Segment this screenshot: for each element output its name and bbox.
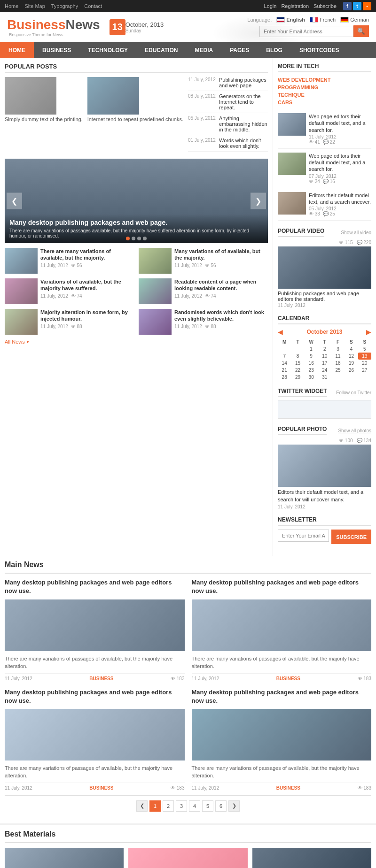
cal-day[interactable]: 7 [278, 353, 291, 360]
card-title[interactable]: Many desktop publishing packages and web… [192, 688, 372, 705]
nav-media[interactable]: MEDIA [186, 42, 221, 58]
pop-title[interactable]: Anything embarrassing hidden in the midd… [219, 115, 268, 132]
card-title[interactable]: Many desktop publishing packages and web… [5, 578, 185, 595]
pagination-page-4[interactable]: 4 [189, 800, 200, 812]
nav-education[interactable]: EDUCATION [136, 42, 186, 58]
cal-day[interactable]: 26 [345, 367, 358, 374]
calendar-prev-button[interactable]: ◀ [278, 328, 283, 336]
card-category[interactable]: BUSINESS [89, 676, 113, 681]
pagination-prev[interactable]: ❮ [136, 800, 148, 812]
cal-day[interactable]: 8 [291, 353, 304, 360]
sidebar-news-title[interactable]: Web page editors their default model tex… [309, 113, 371, 133]
cal-day[interactable]: 22 [291, 367, 304, 374]
cal-day[interactable]: 18 [331, 360, 345, 367]
nav-shortcodes[interactable]: SHORTCODES [291, 42, 348, 58]
news-title[interactable]: Many variations of of available, but the… [174, 248, 268, 261]
pagination-page-5[interactable]: 5 [202, 800, 213, 812]
sidebar-link-webdev[interactable]: WEB DEVELOPMENT [278, 76, 371, 84]
lang-en[interactable]: English [276, 17, 305, 23]
slider-prev-button[interactable]: ❮ [7, 193, 22, 209]
news-title[interactable]: Variations of of available, but the majo… [40, 278, 134, 292]
news-title[interactable]: Readable content of a page when looking … [174, 278, 268, 292]
card-title[interactable]: Many desktop publishing packages and web… [192, 578, 372, 595]
cal-day[interactable]: 1 [305, 346, 318, 353]
cal-day[interactable]: 10 [318, 353, 331, 360]
newsletter-input[interactable] [278, 530, 329, 542]
photo-thumbnail[interactable] [278, 445, 371, 487]
pagination-page-6[interactable]: 6 [215, 800, 227, 812]
cal-day[interactable]: 19 [345, 360, 358, 367]
pagination-next[interactable]: ❯ [228, 800, 240, 812]
sidebar-link-programming[interactable]: PROGRAMMING [278, 84, 371, 91]
cal-day[interactable]: 4 [345, 346, 358, 353]
all-news-link[interactable]: All News ▸ [5, 338, 268, 345]
sidebar-news-title[interactable]: Editors their default model text, and a … [309, 192, 371, 206]
search-button[interactable]: 🔍 [353, 25, 369, 37]
registration-link[interactable]: Registration [281, 3, 309, 9]
cal-today[interactable]: 13 [358, 353, 371, 360]
nav-home-link[interactable]: Home [5, 3, 18, 9]
cal-day[interactable]: 16 [305, 360, 318, 367]
news-title[interactable]: Majority alteration in some form, by inj… [40, 309, 134, 323]
pagination-page-2[interactable]: 2 [163, 800, 174, 812]
cal-day[interactable]: 3 [331, 346, 345, 353]
cal-day[interactable]: 25 [331, 367, 345, 374]
card-category[interactable]: BUSINESS [276, 785, 300, 791]
dot-2[interactable] [132, 237, 135, 240]
cal-day[interactable]: 17 [318, 360, 331, 367]
pagination-page-3[interactable]: 3 [176, 800, 187, 812]
cal-day[interactable]: 5 [358, 346, 371, 353]
pop-title[interactable]: Generators on the Internet tend to repea… [219, 93, 268, 110]
show-all-photos-link[interactable]: Show all photos [338, 428, 371, 433]
dot-4[interactable] [143, 237, 147, 240]
nav-blog[interactable]: BLOG [258, 42, 291, 58]
pagination-page-1[interactable]: 1 [149, 800, 161, 812]
rss-icon[interactable]: ▪ [363, 2, 371, 10]
nav-contact-link[interactable]: Contact [84, 3, 102, 9]
video-title[interactable]: Publishing packages and web page editors… [278, 291, 371, 302]
nav-technology[interactable]: TECHNOLOGY [79, 42, 136, 58]
search-input[interactable] [259, 26, 353, 37]
cal-day[interactable]: 27 [358, 367, 371, 374]
cal-day[interactable]: 12 [345, 353, 358, 360]
facebook-icon[interactable]: f [343, 2, 352, 10]
lang-de[interactable]: German [340, 17, 369, 23]
subscribe-link[interactable]: Subscribe [313, 3, 337, 9]
cal-day[interactable]: 9 [305, 353, 318, 360]
news-title[interactable]: There are many variations of available, … [40, 248, 134, 261]
cal-day[interactable]: 11 [331, 353, 345, 360]
twitter-icon[interactable]: t [353, 2, 361, 10]
nav-sitemap-link[interactable]: Site Map [24, 3, 45, 9]
cal-day[interactable]: 23 [305, 367, 318, 374]
cal-day[interactable]: 24 [318, 367, 331, 374]
show-all-video-link[interactable]: Show all video [341, 230, 371, 235]
news-title[interactable]: Randomised words which don't look even s… [174, 309, 268, 323]
cal-day[interactable]: 29 [291, 374, 304, 381]
dot-1[interactable] [126, 237, 130, 240]
sidebar-news-title[interactable]: Web page editors their default model tex… [309, 153, 371, 173]
cal-day[interactable]: 2 [318, 346, 331, 353]
slider-next-button[interactable]: ❯ [251, 193, 266, 209]
calendar-next-button[interactable]: ▶ [366, 328, 371, 336]
card-category[interactable]: BUSINESS [276, 676, 300, 681]
nav-typography-link[interactable]: Typography [51, 3, 78, 9]
cal-day[interactable]: 15 [291, 360, 304, 367]
lang-fr[interactable]: French [310, 17, 336, 23]
card-category[interactable]: BUSINESS [89, 785, 113, 791]
nav-business[interactable]: BUSINESS [34, 42, 79, 58]
cal-day[interactable]: 21 [278, 367, 291, 374]
cal-day[interactable]: 14 [278, 360, 291, 367]
cal-day[interactable]: 28 [278, 374, 291, 381]
card-title[interactable]: Many desktop publishing packages and web… [5, 688, 185, 705]
cal-day[interactable]: 20 [358, 360, 371, 367]
nav-home[interactable]: HOME [0, 42, 34, 58]
cal-day[interactable]: 31 [318, 374, 331, 381]
follow-twitter-link[interactable]: Follow on Twitter [336, 390, 371, 395]
cal-day[interactable]: 30 [305, 374, 318, 381]
video-thumbnail[interactable] [278, 246, 371, 289]
login-link[interactable]: Login [264, 3, 276, 9]
pop-title[interactable]: Publishing packages and web page [219, 77, 268, 88]
subscribe-button[interactable]: SUBSCRIBE [331, 530, 371, 544]
nav-pages[interactable]: PAGES [221, 42, 258, 58]
dot-3[interactable] [137, 237, 141, 240]
